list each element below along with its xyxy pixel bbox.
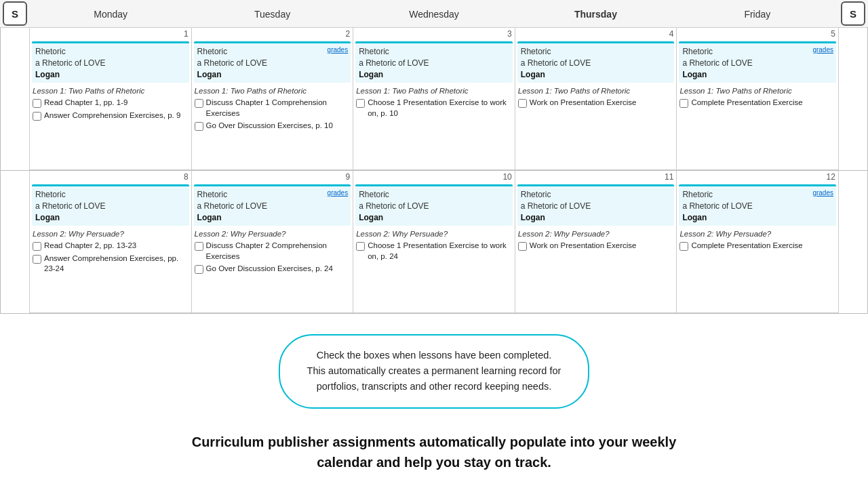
task-item: Discuss Chapter 1 Comprehension Exercise…: [195, 98, 351, 119]
grades-link[interactable]: grades: [328, 46, 349, 54]
task-checkbox[interactable]: [679, 242, 688, 251]
day-col-tue-2: 9 grades Rhetoric a Rhetoric of LOVE Log…: [191, 171, 353, 313]
task-list-wed-1: Choose 1 Presentation Exercise to work o…: [356, 98, 512, 119]
day-num-11: 11: [515, 171, 677, 183]
course-title-tue-2: Rhetoric a Rhetoric of LOVE Logan: [197, 189, 348, 223]
header-wednesday: Wednesday: [353, 3, 515, 24]
day-num-9: 9: [192, 171, 353, 183]
day-col-tue-1: 2 grades Rhetoric a Rhetoric of LOVE Log…: [191, 28, 353, 170]
task-item: Read Chapter 1, pp. 1-9: [33, 98, 189, 108]
grades-link[interactable]: grades: [328, 189, 349, 197]
task-item: Answer Comprehension Exercises, pp. 23-2…: [33, 253, 189, 274]
day-col-thu-2: 11 Rhetoric a Rhetoric of LOVE Logan Les…: [515, 171, 677, 313]
grades-link[interactable]: grades: [812, 189, 833, 197]
day-col-thu-1: 4 Rhetoric a Rhetoric of LOVE Logan Less…: [515, 28, 677, 170]
course-title-wed-1: Rhetoric a Rhetoric of LOVE Logan: [359, 46, 509, 80]
task-item: Work on Presentation Exercise: [518, 98, 674, 108]
task-checkbox[interactable]: [33, 242, 41, 251]
task-list-mon-1: Read Chapter 1, pp. 1-9 Answer Comprehen…: [33, 98, 189, 121]
day-col-wed-1: 3 Rhetoric a Rhetoric of LOVE Logan Less…: [353, 28, 515, 170]
course-title-mon-2: Rhetoric a Rhetoric of LOVE Logan: [35, 189, 186, 223]
course-title-wed-2: Rhetoric a Rhetoric of LOVE Logan: [359, 189, 509, 223]
footer-text: Curriculum publisher assignments automat…: [0, 415, 868, 486]
calendar-header: S Monday Tuesday Wednesday Thursday Frid…: [0, 0, 868, 28]
task-item: Choose 1 Presentation Exercise to work o…: [356, 241, 512, 262]
side-col-right-2: [839, 171, 867, 313]
side-col-left-2: [1, 171, 29, 313]
day-col-fri-2: 12 grades Rhetoric a Rhetoric of LOVE Lo…: [676, 171, 839, 313]
lesson-title-thu-2: Lesson 2: Why Persuade?: [518, 230, 674, 238]
task-list-wed-2: Choose 1 Presentation Exercise to work o…: [356, 241, 512, 262]
lesson-title-fri-1: Lesson 1: Two Paths of Rhetoric: [679, 87, 835, 95]
callout-box: Check the boxes when lessons have been c…: [279, 334, 590, 409]
task-list-tue-1: Discuss Chapter 1 Comprehension Exercise…: [195, 98, 351, 131]
task-item: Go Over Discussion Exercises, p. 24: [195, 264, 351, 274]
day-num-10: 10: [353, 171, 515, 183]
course-card-fri-1: grades Rhetoric a Rhetoric of LOVE Logan: [679, 41, 836, 83]
task-item: Choose 1 Presentation Exercise to work o…: [356, 98, 512, 119]
course-card-thu-1: Rhetoric a Rhetoric of LOVE Logan: [517, 41, 675, 83]
lesson-title-tue-1: Lesson 1: Two Paths of Rhetoric: [195, 87, 351, 95]
week-row-1: 1 Rhetoric a Rhetoric of LOVE Logan Less…: [1, 28, 867, 170]
course-title-fri-1: Rhetoric a Rhetoric of LOVE Logan: [682, 46, 833, 80]
task-checkbox[interactable]: [33, 99, 41, 108]
day-col-mon-2: 8 Rhetoric a Rhetoric of LOVE Logan Less…: [29, 171, 191, 313]
days-row-2: 8 Rhetoric a Rhetoric of LOVE Logan Less…: [29, 171, 839, 313]
lesson-title-thu-1: Lesson 1: Two Paths of Rhetoric: [518, 87, 674, 95]
task-list-mon-2: Read Chapter 2, pp. 13-23 Answer Compreh…: [33, 241, 189, 274]
lesson-title-mon-1: Lesson 1: Two Paths of Rhetoric: [33, 87, 189, 95]
task-checkbox[interactable]: [356, 99, 365, 108]
callout-area: Check the boxes when lessons have been c…: [0, 314, 868, 415]
days-row-1: 1 Rhetoric a Rhetoric of LOVE Logan Less…: [29, 28, 839, 170]
task-checkbox[interactable]: [518, 99, 527, 108]
task-item: Go Over Discussion Exercises, p. 10: [195, 121, 351, 131]
calendar-grid: 1 Rhetoric a Rhetoric of LOVE Logan Less…: [0, 28, 868, 314]
side-col-left-1: [1, 28, 29, 170]
task-checkbox[interactable]: [679, 99, 688, 108]
task-item: Complete Presentation Exercise: [679, 241, 835, 251]
side-col-right-1: [839, 28, 867, 170]
task-list-fri-2: Complete Presentation Exercise: [679, 241, 835, 251]
day-num-12: 12: [677, 171, 838, 183]
lesson-title-wed-2: Lesson 2: Why Persuade?: [356, 230, 512, 238]
day-num-5: 5: [677, 28, 838, 40]
day-col-mon-1: 1 Rhetoric a Rhetoric of LOVE Logan Less…: [29, 28, 191, 170]
task-checkbox[interactable]: [33, 112, 41, 121]
lesson-title-fri-2: Lesson 2: Why Persuade?: [679, 230, 835, 238]
course-title-thu-1: Rhetoric a Rhetoric of LOVE Logan: [521, 46, 671, 80]
day-num-8: 8: [30, 171, 191, 183]
task-checkbox[interactable]: [195, 99, 203, 108]
lesson-title-wed-1: Lesson 1: Two Paths of Rhetoric: [356, 87, 512, 95]
task-checkbox[interactable]: [195, 265, 203, 274]
task-checkbox[interactable]: [518, 242, 527, 251]
course-card-mon-1: Rhetoric a Rhetoric of LOVE Logan: [32, 41, 189, 83]
day-headers: Monday Tuesday Wednesday Thursday Friday: [30, 3, 838, 24]
course-card-thu-2: Rhetoric a Rhetoric of LOVE Logan: [517, 184, 675, 226]
s-button-left[interactable]: S: [3, 1, 27, 26]
day-num-4: 4: [515, 28, 677, 40]
course-title-fri-2: Rhetoric a Rhetoric of LOVE Logan: [682, 189, 833, 223]
header-thursday: Thursday: [515, 3, 676, 24]
day-col-wed-2: 10 Rhetoric a Rhetoric of LOVE Logan Les…: [353, 171, 515, 313]
task-checkbox[interactable]: [33, 255, 41, 264]
task-list-fri-1: Complete Presentation Exercise: [679, 98, 835, 108]
s-button-right[interactable]: S: [841, 1, 865, 26]
task-item: Read Chapter 2, pp. 13-23: [33, 241, 189, 251]
course-card-tue-1: grades Rhetoric a Rhetoric of LOVE Logan: [194, 41, 351, 83]
task-item: Discuss Chapter 2 Comprehension Exercise…: [195, 241, 351, 262]
task-list-thu-2: Work on Presentation Exercise: [518, 241, 674, 251]
task-checkbox[interactable]: [195, 122, 203, 131]
grades-link[interactable]: grades: [812, 46, 833, 54]
task-item: Work on Presentation Exercise: [518, 241, 674, 251]
day-col-fri-1: 5 grades Rhetoric a Rhetoric of LOVE Log…: [676, 28, 839, 170]
course-card-fri-2: grades Rhetoric a Rhetoric of LOVE Logan: [679, 184, 836, 226]
week-row-2: 8 Rhetoric a Rhetoric of LOVE Logan Less…: [1, 170, 867, 313]
header-tuesday: Tuesday: [191, 3, 353, 24]
course-card-wed-1: Rhetoric a Rhetoric of LOVE Logan: [355, 41, 513, 83]
day-num-1: 1: [30, 28, 191, 40]
task-checkbox[interactable]: [356, 242, 365, 251]
course-title-thu-2: Rhetoric a Rhetoric of LOVE Logan: [521, 189, 671, 223]
task-checkbox[interactable]: [195, 242, 203, 251]
lesson-title-mon-2: Lesson 2: Why Persuade?: [33, 230, 189, 238]
header-friday: Friday: [677, 3, 838, 24]
